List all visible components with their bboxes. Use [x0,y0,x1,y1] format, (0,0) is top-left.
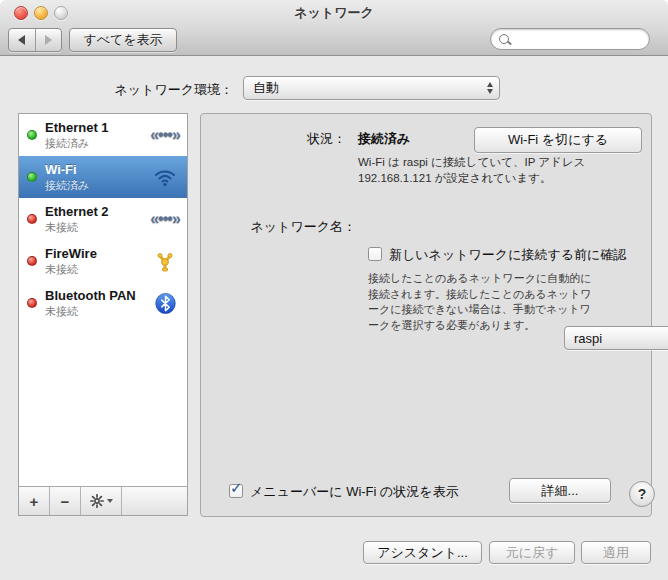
help-button[interactable]: ? [629,481,655,507]
list-item-bluetooth-pan[interactable]: Bluetooth PAN 未接続 [19,282,187,324]
bluetooth-icon [151,282,179,324]
show-wifi-in-menubar-label: メニューバーに Wi-Fi の状況を表示 [250,483,459,501]
search-icon [499,34,509,44]
revert-button[interactable]: 元に戻す [489,541,575,564]
add-interface-button[interactable]: + [19,487,50,515]
interface-status: 未接続 [45,263,97,275]
show-wifi-in-menubar-checkbox[interactable]: ✓ [229,484,243,498]
interface-name: FireWire [45,247,97,261]
interface-name: Ethernet 1 [45,121,109,135]
list-item-ethernet2[interactable]: Ethernet 2 未接続 «•••» [19,198,187,240]
interface-name: Bluetooth PAN [45,289,136,303]
interface-status: 接続済み [45,137,109,149]
network-name-label: ネットワーク名： [226,218,356,236]
checkmark-icon: ✓ [230,479,243,497]
interface-list-footer: + − [19,486,187,515]
interface-status: 未接続 [45,305,136,317]
list-item-ethernet1[interactable]: Ethernet 1 接続済み «•••» [19,114,187,156]
ask-to-join-description: 接続したことのあるネットワークに自動的に接続されます。接続したことのあるネットワ… [368,271,598,333]
network-location-label: ネットワーク環境： [0,81,233,99]
window-title: ネットワーク [0,4,668,22]
network-location-popup[interactable]: 自動 [243,76,500,100]
status-description: Wi-Fi は raspi に接続していて、IP アドレス 192.168.1.… [358,154,635,186]
show-all-button[interactable]: すべてを表示 [69,28,177,52]
apply-button[interactable]: 適用 [581,541,651,564]
wifi-detail-panel: 状況： 接続済み Wi-Fi を切にする Wi-Fi は raspi に接続して… [200,113,652,517]
interface-list: Ethernet 1 接続済み «•••» Wi-Fi 接続済み [18,113,188,516]
nav-back-forward [8,28,62,52]
interface-name: Ethernet 2 [45,205,109,219]
back-button[interactable] [9,29,35,51]
advanced-button[interactable]: 詳細... [509,478,611,503]
interface-status: 未接続 [45,221,109,233]
list-item-wifi[interactable]: Wi-Fi 接続済み [19,156,187,198]
interface-status: 接続済み [45,179,89,191]
ask-to-join-label: 新しいネットワークに接続する前に確認 [389,246,626,264]
forward-button[interactable] [35,29,62,51]
wifi-icon [151,156,179,198]
assistant-button[interactable]: アシスタント... [363,541,482,564]
status-value: 接続済み [358,130,410,148]
ethernet-icon: «•••» [151,198,179,240]
status-dot [27,172,37,182]
status-dot [27,130,37,140]
ethernet-icon: «•••» [151,114,179,156]
titlebar: ネットワーク すべてを表示 [0,0,668,56]
interface-name: Wi-Fi [45,163,89,177]
list-item-firewire[interactable]: FireWire 未接続 [19,240,187,282]
action-menu-button[interactable] [81,487,122,515]
back-arrow-icon [18,35,25,45]
gear-icon [90,494,104,508]
remove-interface-button[interactable]: − [50,487,81,515]
wifi-off-button[interactable]: Wi-Fi を切にする [474,127,642,153]
firewire-icon [151,240,179,282]
status-dot [27,214,37,224]
forward-arrow-icon [45,35,52,45]
status-label: 状況： [226,130,346,148]
search-field[interactable] [490,28,650,50]
ask-to-join-checkbox[interactable]: ✓ [368,247,382,261]
status-dot [27,298,37,308]
search-input[interactable] [514,31,638,47]
network-location-value: 自動 [253,79,279,97]
gear-dropdown-arrow-icon [107,499,113,503]
status-dot [27,256,37,266]
network-preferences-window: ネットワーク すべてを表示 ネットワーク環境： 自動 Ethernet 1 接続… [0,0,668,580]
popup-stepper-icon [487,77,493,99]
